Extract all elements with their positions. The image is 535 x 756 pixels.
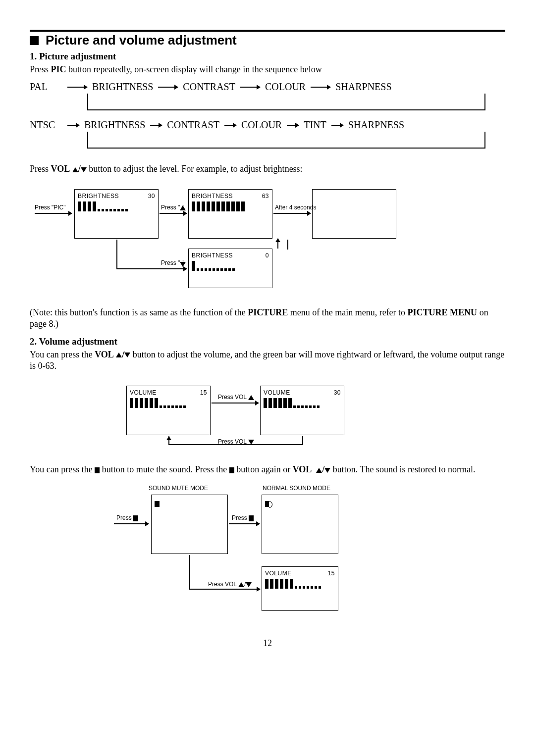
arrow-icon [150,125,162,126]
press-vol-label: Press VOL / [208,581,252,588]
adjust-pre: Press [30,164,51,174]
press-pic-label: Press "PIC" [35,204,66,211]
triangle-up-icon [180,205,186,210]
level-bar [265,579,335,589]
triangle-down-icon [324,468,330,473]
connector-line [189,555,190,590]
mute-icon [133,515,138,521]
pal-item-contrast: CONTRAST [181,81,237,93]
arrow-icon [212,403,259,403]
box-label: VOLUME [130,389,157,396]
note-b1: PICTURE [248,307,288,317]
level-bar [192,202,269,211]
mute-mode-box [151,495,228,554]
brightness-diagram: Press "PIC" BRIGHTNESS30 Press " " BRIGH… [30,184,505,298]
ntsc-item-colour: COLOUR [239,119,284,131]
box-value: 15 [328,570,335,577]
intro-bold: PIC [51,64,66,74]
box-value: 63 [262,193,269,200]
pal-item-brightness: BRIGHTNESS [90,81,155,93]
sound-icon [265,501,269,507]
arrow-icon [311,87,330,88]
heading-text: Picture and volume adjustment [46,33,237,48]
arrow-icon [116,268,187,269]
blank-box [312,189,396,239]
after4-label: After 4 seconds [275,204,316,211]
section2-p2: You can press the button to mute the sou… [30,464,505,475]
triangle-up-icon [72,167,78,172]
arrow-icon [240,87,260,88]
triangle-up-icon [238,582,244,587]
mute-diagram: SOUND MUTE MODE NORMAL SOUND MODE Press … [30,485,505,623]
level-bar [192,261,269,271]
volume-box-15b: VOLUME15 [262,566,338,611]
arrow-icon [189,589,260,590]
connector-line [116,240,117,269]
brightness-box-30: BRIGHTNESS30 [74,189,159,239]
level-bar [264,398,341,408]
arrow-up-tip-icon [166,436,171,440]
box-label: BRIGHTNESS [192,193,233,200]
level-bar [78,202,155,211]
ntsc-sequence: NTSC BRIGHTNESS CONTRAST COLOUR TINT SHA… [30,119,505,131]
intro-pre: Press [30,64,51,74]
brightness-box-0: BRIGHTNESS0 [188,249,272,288]
arrow-icon [114,523,149,524]
p2-d: button. The sound is restored to normal. [333,464,476,474]
pal-sequence: PAL BRIGHTNESS CONTRAST COLOUR SHARPNESS [30,81,505,93]
section2-title: 2. Volume adjustment [30,336,505,347]
intro-post: button repeatedly, on-screen display wil… [66,64,322,74]
section1-title: 1. Picture adjustment [30,51,505,62]
mute-icon [229,467,234,473]
triangle-down-icon [81,167,87,172]
mute-heading: SOUND MUTE MODE [149,485,208,492]
section1-intro: Press PIC button repeatedly, on-screen d… [30,64,505,75]
pal-loop-line [87,94,485,110]
section1-note: (Note: this button's function is as same… [30,307,505,330]
normal-mode-box [262,495,338,554]
triangle-down-icon [246,582,252,587]
arrow-icon [287,125,299,126]
connector-line [302,436,303,445]
connector-line [287,240,288,250]
page-number: 12 [30,638,505,649]
triangle-down-icon [124,353,130,357]
box-label: VOLUME [265,570,292,577]
ntsc-item-sharpness: SHARPNESS [346,119,406,131]
box-label: BRIGHTNESS [192,252,233,259]
arrow-icon [158,87,178,88]
note-pre: (Note: this button's function is as same… [30,307,248,317]
mute-icon [95,467,100,473]
heading-bullet-icon [30,36,39,45]
adjust-post: button to adjust the level. For example,… [89,164,302,174]
triangle-up-icon [116,353,122,357]
box-label: VOLUME [264,389,290,396]
note-b2: PICTURE MENU [408,307,478,317]
press-label-2: Press [232,514,254,521]
level-bar [130,398,207,408]
ntsc-item-contrast: CONTRAST [165,119,221,131]
ntsc-label: NTSC [30,119,64,131]
pal-item-colour: COLOUR [263,81,308,93]
triangle-down-icon [180,262,186,267]
triangle-up-icon [316,468,322,473]
press-label: Press [116,514,138,521]
p1-pre: You can press the [30,350,95,359]
p2-b: button to mute the sound. Press the [102,464,229,474]
volume-box-15: VOLUME15 [126,386,211,435]
arrow-icon [160,213,187,214]
box-label: BRIGHTNESS [78,193,119,200]
volume-diagram: VOLUME15 Press VOL VOLUME30 Press VOL [30,381,505,455]
arrow-icon [331,125,343,126]
ntsc-item-brightness: BRIGHTNESS [82,119,147,131]
pal-item-sharpness: SHARPNESS [333,81,393,93]
press-vol-up-label: Press VOL [218,394,254,401]
box-value: 30 [148,193,155,200]
mute-icon [249,515,254,521]
arrow-icon [224,125,236,126]
triangle-down-icon [248,440,254,445]
box-value: 15 [200,389,207,396]
ntsc-item-tint: TINT [302,119,328,131]
arrow-icon [67,87,87,88]
pal-label: PAL [30,81,64,93]
